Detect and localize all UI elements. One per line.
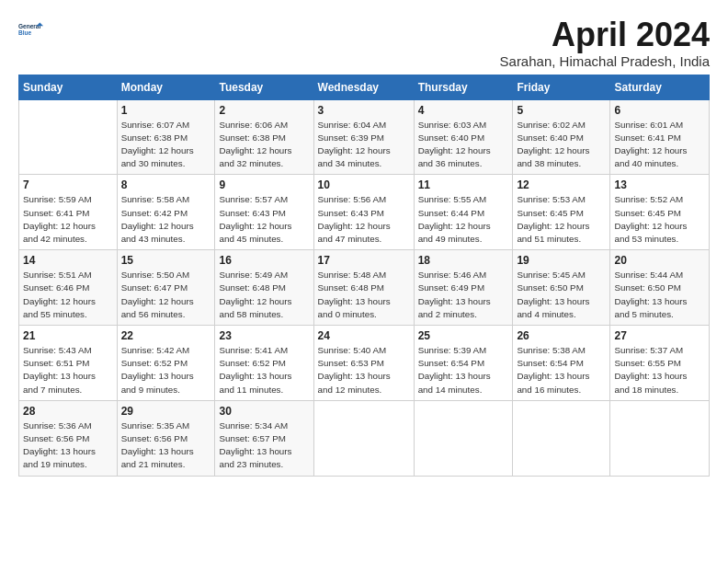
calendar-cell: 27Sunrise: 5:37 AM Sunset: 6:55 PM Dayli… bbox=[610, 326, 710, 401]
calendar-cell: 12Sunrise: 5:53 AM Sunset: 6:45 PM Dayli… bbox=[513, 175, 610, 250]
calendar-cell: 8Sunrise: 5:58 AM Sunset: 6:42 PM Daylig… bbox=[117, 175, 215, 250]
calendar-cell: 16Sunrise: 5:49 AM Sunset: 6:48 PM Dayli… bbox=[215, 250, 313, 326]
day-number: 8 bbox=[121, 178, 211, 191]
calendar-cell: 10Sunrise: 5:56 AM Sunset: 6:43 PM Dayli… bbox=[313, 175, 414, 250]
calendar-cell: 20Sunrise: 5:44 AM Sunset: 6:50 PM Dayli… bbox=[610, 250, 710, 326]
cell-content: Sunrise: 5:51 AM Sunset: 6:46 PM Dayligh… bbox=[23, 269, 113, 321]
subtitle: Sarahan, Himachal Pradesh, India bbox=[500, 53, 710, 69]
day-number: 16 bbox=[219, 254, 309, 267]
day-number: 18 bbox=[418, 254, 509, 267]
day-number: 22 bbox=[121, 329, 211, 342]
logo-icon: GeneralBlue bbox=[18, 17, 44, 42]
calendar-cell: 21Sunrise: 5:43 AM Sunset: 6:51 PM Dayli… bbox=[19, 326, 118, 401]
calendar-cell: 1Sunrise: 6:07 AM Sunset: 6:38 PM Daylig… bbox=[117, 99, 215, 175]
week-row-4: 28Sunrise: 5:36 AM Sunset: 6:56 PM Dayli… bbox=[19, 400, 710, 476]
day-number: 15 bbox=[121, 254, 211, 267]
header-cell-monday: Monday bbox=[117, 75, 215, 99]
header-cell-wednesday: Wednesday bbox=[313, 75, 414, 99]
calendar-cell: 23Sunrise: 5:41 AM Sunset: 6:52 PM Dayli… bbox=[215, 326, 313, 401]
day-number: 13 bbox=[614, 178, 705, 191]
cell-content: Sunrise: 5:42 AM Sunset: 6:52 PM Dayligh… bbox=[121, 344, 211, 396]
day-number: 21 bbox=[23, 329, 113, 342]
day-number: 7 bbox=[23, 178, 113, 191]
svg-text:Blue: Blue bbox=[18, 29, 31, 36]
day-number: 27 bbox=[614, 329, 705, 342]
day-number: 23 bbox=[219, 329, 309, 342]
calendar-table: SundayMondayTuesdayWednesdayThursdayFrid… bbox=[18, 75, 710, 477]
day-number: 17 bbox=[318, 254, 410, 267]
cell-content: Sunrise: 5:56 AM Sunset: 6:43 PM Dayligh… bbox=[318, 193, 410, 246]
day-number: 19 bbox=[517, 254, 606, 267]
day-number: 28 bbox=[23, 405, 113, 418]
calendar-cell: 18Sunrise: 5:46 AM Sunset: 6:49 PM Dayli… bbox=[414, 250, 513, 326]
cell-content: Sunrise: 5:45 AM Sunset: 6:50 PM Dayligh… bbox=[517, 269, 606, 321]
calendar-cell: 15Sunrise: 5:50 AM Sunset: 6:47 PM Dayli… bbox=[117, 250, 215, 326]
day-number: 6 bbox=[614, 104, 705, 117]
cell-content: Sunrise: 5:50 AM Sunset: 6:47 PM Dayligh… bbox=[121, 269, 211, 321]
day-number: 24 bbox=[318, 329, 410, 342]
day-number: 1 bbox=[121, 104, 211, 117]
cell-content: Sunrise: 6:01 AM Sunset: 6:41 PM Dayligh… bbox=[614, 119, 705, 171]
day-number: 11 bbox=[418, 178, 509, 191]
cell-content: Sunrise: 5:49 AM Sunset: 6:48 PM Dayligh… bbox=[219, 269, 309, 321]
calendar-cell: 2Sunrise: 6:06 AM Sunset: 6:38 PM Daylig… bbox=[215, 99, 313, 175]
calendar-cell: 22Sunrise: 5:42 AM Sunset: 6:52 PM Dayli… bbox=[117, 326, 215, 401]
week-row-0: 1Sunrise: 6:07 AM Sunset: 6:38 PM Daylig… bbox=[19, 99, 710, 175]
calendar-cell: 5Sunrise: 6:02 AM Sunset: 6:40 PM Daylig… bbox=[513, 99, 610, 175]
cell-content: Sunrise: 5:57 AM Sunset: 6:43 PM Dayligh… bbox=[219, 193, 309, 246]
cell-content: Sunrise: 5:58 AM Sunset: 6:42 PM Dayligh… bbox=[121, 193, 211, 246]
day-number: 4 bbox=[418, 104, 509, 117]
day-number: 26 bbox=[517, 329, 606, 342]
cell-content: Sunrise: 6:04 AM Sunset: 6:39 PM Dayligh… bbox=[318, 119, 410, 171]
day-number: 25 bbox=[418, 329, 509, 342]
cell-content: Sunrise: 5:34 AM Sunset: 6:57 PM Dayligh… bbox=[219, 419, 309, 472]
page-container: GeneralBlue April 2024 Sarahan, Himachal… bbox=[0, 0, 728, 486]
cell-content: Sunrise: 5:41 AM Sunset: 6:52 PM Dayligh… bbox=[219, 344, 309, 396]
cell-content: Sunrise: 5:55 AM Sunset: 6:44 PM Dayligh… bbox=[418, 193, 509, 246]
logo: GeneralBlue bbox=[18, 17, 44, 42]
calendar-cell: 26Sunrise: 5:38 AM Sunset: 6:54 PM Dayli… bbox=[513, 326, 610, 401]
calendar-cell: 30Sunrise: 5:34 AM Sunset: 6:57 PM Dayli… bbox=[215, 400, 313, 476]
svg-text:General: General bbox=[18, 23, 40, 29]
day-number: 3 bbox=[318, 104, 410, 117]
calendar-cell bbox=[513, 400, 610, 476]
header: GeneralBlue April 2024 Sarahan, Himachal… bbox=[18, 17, 710, 69]
day-number: 20 bbox=[614, 254, 705, 267]
cell-content: Sunrise: 5:48 AM Sunset: 6:48 PM Dayligh… bbox=[318, 269, 410, 321]
cell-content: Sunrise: 5:53 AM Sunset: 6:45 PM Dayligh… bbox=[517, 193, 606, 246]
calendar-cell: 24Sunrise: 5:40 AM Sunset: 6:53 PM Dayli… bbox=[313, 326, 414, 401]
header-cell-thursday: Thursday bbox=[414, 75, 513, 99]
cell-content: Sunrise: 5:43 AM Sunset: 6:51 PM Dayligh… bbox=[23, 344, 113, 396]
header-cell-friday: Friday bbox=[513, 75, 610, 99]
calendar-cell: 14Sunrise: 5:51 AM Sunset: 6:46 PM Dayli… bbox=[19, 250, 118, 326]
cell-content: Sunrise: 5:46 AM Sunset: 6:49 PM Dayligh… bbox=[418, 269, 509, 321]
day-number: 10 bbox=[318, 178, 410, 191]
day-number: 5 bbox=[517, 104, 606, 117]
calendar-cell: 7Sunrise: 5:59 AM Sunset: 6:41 PM Daylig… bbox=[19, 175, 118, 250]
main-title: April 2024 bbox=[500, 17, 710, 53]
calendar-cell: 4Sunrise: 6:03 AM Sunset: 6:40 PM Daylig… bbox=[414, 99, 513, 175]
day-number: 2 bbox=[219, 104, 309, 117]
calendar-cell: 29Sunrise: 5:35 AM Sunset: 6:56 PM Dayli… bbox=[117, 400, 215, 476]
cell-content: Sunrise: 5:40 AM Sunset: 6:53 PM Dayligh… bbox=[318, 344, 410, 396]
header-row: SundayMondayTuesdayWednesdayThursdayFrid… bbox=[19, 75, 710, 99]
calendar-cell bbox=[610, 400, 710, 476]
cell-content: Sunrise: 5:39 AM Sunset: 6:54 PM Dayligh… bbox=[418, 344, 509, 396]
cell-content: Sunrise: 6:07 AM Sunset: 6:38 PM Dayligh… bbox=[121, 119, 211, 171]
calendar-cell: 6Sunrise: 6:01 AM Sunset: 6:41 PM Daylig… bbox=[610, 99, 710, 175]
cell-content: Sunrise: 5:44 AM Sunset: 6:50 PM Dayligh… bbox=[614, 269, 705, 321]
week-row-2: 14Sunrise: 5:51 AM Sunset: 6:46 PM Dayli… bbox=[19, 250, 710, 326]
day-number: 9 bbox=[219, 178, 309, 191]
cell-content: Sunrise: 6:06 AM Sunset: 6:38 PM Dayligh… bbox=[219, 119, 309, 171]
cell-content: Sunrise: 5:37 AM Sunset: 6:55 PM Dayligh… bbox=[614, 344, 705, 396]
day-number: 12 bbox=[517, 178, 606, 191]
header-cell-sunday: Sunday bbox=[19, 75, 118, 99]
calendar-cell bbox=[313, 400, 414, 476]
calendar-cell: 13Sunrise: 5:52 AM Sunset: 6:45 PM Dayli… bbox=[610, 175, 710, 250]
week-row-3: 21Sunrise: 5:43 AM Sunset: 6:51 PM Dayli… bbox=[19, 326, 710, 401]
cell-content: Sunrise: 5:52 AM Sunset: 6:45 PM Dayligh… bbox=[614, 193, 705, 246]
day-number: 29 bbox=[121, 405, 211, 418]
day-number: 14 bbox=[23, 254, 113, 267]
calendar-cell: 28Sunrise: 5:36 AM Sunset: 6:56 PM Dayli… bbox=[19, 400, 118, 476]
calendar-cell bbox=[414, 400, 513, 476]
